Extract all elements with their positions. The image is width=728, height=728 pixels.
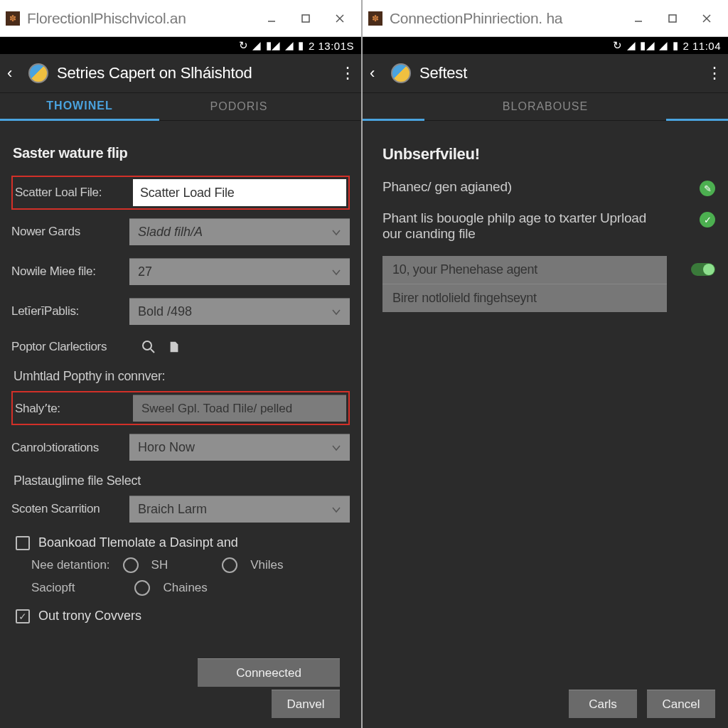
edit-badge-icon[interactable]	[700, 181, 715, 196]
shalyte-label: Shalyʼte:	[15, 401, 126, 416]
app-title: Setries Capert on Slháishtod	[57, 64, 331, 82]
favicon-icon	[6, 11, 20, 26]
app-icon	[391, 63, 411, 83]
tab-podoris[interactable]: PODORIS	[159, 92, 318, 121]
nee-label: Nee detantion:	[31, 558, 110, 572]
signal-icon: ▮◢	[266, 39, 281, 52]
maximize-button[interactable]	[289, 4, 323, 33]
search-icon[interactable]	[139, 338, 158, 356]
nower-label: Nower Gards	[11, 225, 122, 239]
wifi-icon: ◢	[252, 39, 262, 52]
nower-dropdown[interactable]: Sladd filh/A	[129, 218, 350, 245]
overflow-icon[interactable]: ⋮	[340, 64, 354, 82]
battery-icon: ▮	[298, 39, 304, 52]
chevron-down-icon	[331, 443, 341, 453]
back-icon[interactable]: ‹	[7, 64, 20, 82]
refresh-icon: ↻	[613, 39, 623, 52]
chevron-down-icon	[331, 228, 341, 237]
tab-bar: BLORABOUSE	[363, 92, 728, 121]
list-item[interactable]: Birer notlolield fingehseynt	[382, 284, 667, 312]
canrol-label: Canrolɔtiorations	[11, 440, 122, 455]
scoten-dropdown[interactable]: Braich Larm	[129, 496, 350, 523]
toggle-switch[interactable]	[691, 263, 715, 276]
svg-rect-7	[669, 15, 676, 22]
back-icon[interactable]: ‹	[370, 64, 382, 82]
android-statusbar: ↻ ◢ ▮◢ ◢ ▮ 2 11:04	[363, 37, 728, 54]
status-time: 2 11:04	[682, 40, 721, 52]
file-icon[interactable]	[165, 338, 183, 356]
radio-vhiles[interactable]	[222, 557, 237, 573]
radio-sh[interactable]	[123, 557, 139, 573]
svg-line-5	[151, 349, 154, 353]
scatter-label: Scatter Loal File:	[15, 186, 126, 200]
canrol-dropdown[interactable]: Horo Now	[129, 434, 350, 461]
connected-button[interactable]: Conneected	[198, 658, 340, 687]
chevron-down-icon	[331, 267, 341, 277]
letier-label: LetīerīPablis:	[11, 304, 122, 318]
close-button[interactable]	[323, 4, 357, 33]
carls-button[interactable]: Carls	[569, 690, 637, 718]
shalyte-value[interactable]: Sweel Gpl. Toad Пile/ pelled	[133, 395, 346, 422]
window-title: FlorectionlPhischvicol.an	[27, 10, 255, 27]
list-item[interactable]: 10, your Phenehase agent	[382, 256, 667, 284]
tab-blorabouse[interactable]: BLORABOUSE	[424, 92, 666, 121]
outtrony-label: Out trony Covvers	[38, 609, 141, 623]
tab-spacer	[318, 92, 361, 121]
android-statusbar: ↻ ◢ ▮◢ ◢ ▮ 2 13:01S	[0, 37, 361, 54]
app-title: Seftest	[419, 64, 698, 82]
scoten-label: Scoten Scarrition	[11, 502, 122, 516]
app-icon	[28, 63, 48, 83]
right-heading: Unbserfvileu!	[382, 145, 715, 164]
saciopft-label: Saciopft	[31, 581, 75, 595]
app-bar: ‹ Setries Capert on Slháishtod ⋮	[0, 54, 361, 92]
boankoad-checkbox[interactable]	[16, 536, 30, 550]
right-line1: Phaneс/ gen agianed)	[382, 179, 512, 195]
chevron-down-icon	[331, 307, 341, 317]
window-title: ConnectionPhinriection. ha	[390, 10, 621, 27]
svg-point-4	[143, 341, 151, 350]
window-titlebar-right: ConnectionPhinriection. ha	[363, 0, 728, 37]
nowile-dropdown[interactable]: 27	[129, 258, 350, 285]
minimize-button[interactable]	[255, 4, 289, 33]
check-badge-icon	[700, 212, 715, 228]
status-time: 2 13:01S	[309, 40, 354, 52]
scatter-highlight: Scatter Loal File: Scatter Load File	[11, 176, 350, 210]
tab-blank-left	[363, 92, 424, 121]
outtrony-checkbox[interactable]	[16, 609, 30, 623]
tab-bar: THOWINEL PODORIS	[0, 92, 361, 121]
svg-rect-1	[302, 15, 309, 22]
list-block: 10, your Phenehase agent Birer notloliel…	[382, 256, 667, 312]
letier-dropdown[interactable]: Bold /498	[129, 298, 350, 325]
wifi-icon: ◢	[627, 39, 636, 52]
shalyte-highlight: Shalyʼte: Sweel Gpl. Toad Пile/ pelled	[11, 391, 350, 425]
radio-chaines[interactable]	[134, 580, 150, 596]
boankoad-label: Boankoad Tlemolate a Dasinpt and	[38, 535, 238, 550]
scatter-load-input[interactable]: Scatter Load File	[133, 179, 346, 206]
signal-icon: ▮◢	[640, 39, 655, 52]
tab-blank-right	[666, 92, 728, 121]
battery-icon: ▮	[673, 39, 679, 52]
section-heading: Saster wature flip	[13, 145, 348, 161]
poptor-label: Poptor Clarlectiors	[11, 340, 132, 354]
tab-thowinel[interactable]: THOWINEL	[0, 92, 159, 121]
danvel-button[interactable]: Danvel	[272, 690, 340, 718]
chevron-down-icon	[331, 505, 341, 515]
cancel-button[interactable]: Cancel	[647, 690, 715, 718]
maximize-button[interactable]	[655, 4, 690, 33]
overflow-icon[interactable]: ⋮	[707, 64, 721, 82]
close-button[interactable]	[690, 4, 724, 33]
plasta-text: Plastauglime file Select	[14, 473, 348, 488]
window-titlebar-left: FlorectionlPhischvicol.an	[0, 0, 361, 37]
radio-sh-label: SH	[151, 558, 168, 572]
minimize-button[interactable]	[621, 4, 655, 33]
umhtlad-text: Umhtlad Popthy in connver:	[14, 369, 348, 384]
signal2-icon: ◢	[659, 39, 668, 52]
right-line2: Phant lis bouogle philp age to txarter U…	[382, 210, 667, 242]
nowile-label: Nowile Miee file:	[11, 264, 122, 279]
radio-chaines-label: Chaines	[163, 581, 207, 595]
app-bar: ‹ Seftest ⋮	[363, 54, 728, 92]
signal2-icon: ◢	[285, 39, 294, 52]
radio-vhiles-label: Vhiles	[250, 558, 283, 572]
favicon-icon	[368, 11, 382, 26]
refresh-icon: ↻	[239, 39, 249, 52]
